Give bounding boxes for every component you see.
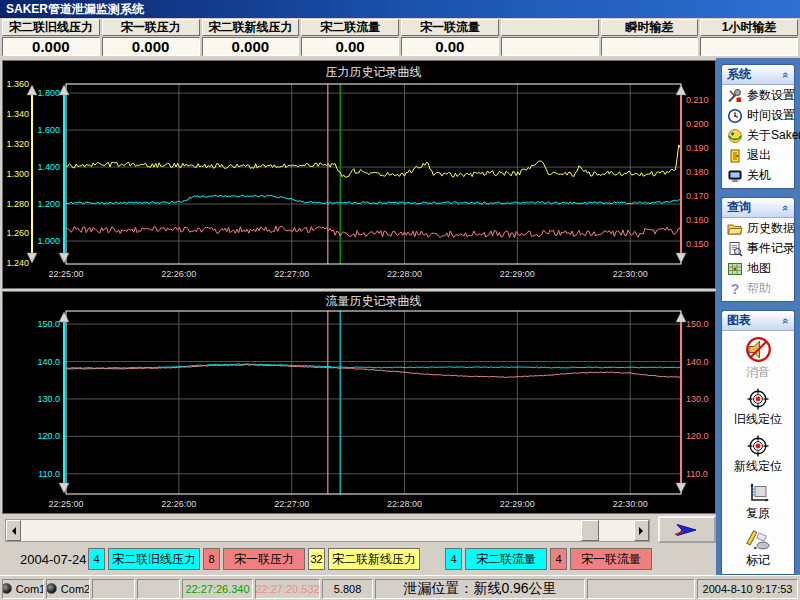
readout-value-0: 0.000 bbox=[2, 37, 100, 56]
y-tick-label: 0.170 bbox=[686, 191, 709, 201]
legend-count-4[interactable]: 4 bbox=[550, 548, 567, 570]
sidebar-item-label: 地图 bbox=[747, 260, 771, 277]
axis-down-arrow-icon[interactable] bbox=[676, 483, 686, 493]
readout-value-2: 0.000 bbox=[202, 37, 300, 56]
y-tick-label: 1.000 bbox=[37, 236, 60, 246]
axis-up-arrow-icon[interactable] bbox=[59, 85, 69, 95]
cursor-time-green: 22:27:26.340 bbox=[182, 579, 253, 599]
y-tick-label: 150.0 bbox=[686, 319, 709, 329]
panel-title-0: 系统 bbox=[727, 66, 751, 83]
readout-label-6: 瞬时输差 bbox=[601, 19, 699, 36]
scrollbar-thumb[interactable] bbox=[581, 520, 599, 541]
y-tick-label: 0.200 bbox=[686, 119, 709, 129]
history-icon bbox=[727, 221, 743, 237]
clock-icon bbox=[727, 108, 743, 124]
status-text: 泄漏位置：新线0.96公里 bbox=[403, 580, 556, 598]
x-tick-label: 22:30:00 bbox=[613, 269, 648, 279]
axis-up-arrow-icon[interactable] bbox=[676, 85, 686, 95]
sidebar-item-时间设置[interactable]: 时间设置 bbox=[722, 105, 794, 125]
sidebar-item-历史数据[interactable]: 历史数据 bbox=[722, 218, 794, 238]
statusbar: Com1Com222:27:26.34022:27:20.5325.808泄漏位… bbox=[0, 575, 800, 600]
readout-label-1: 宋一联压力 bbox=[102, 19, 200, 36]
status-text: 22:27:26.340 bbox=[185, 583, 249, 595]
y-tick-label: 0.160 bbox=[686, 215, 709, 225]
sidebar-item-label: 关于Saker bbox=[747, 127, 800, 144]
y-tick-label: 0.180 bbox=[686, 167, 709, 177]
help-icon: ? bbox=[727, 281, 743, 297]
x-tick-label: 22:28:00 bbox=[387, 499, 422, 509]
panel-title-2: 图表 bbox=[727, 312, 751, 329]
legend-count-1[interactable]: 8 bbox=[203, 548, 220, 570]
sidebar-item-新线定位[interactable]: 新线定位 bbox=[722, 430, 794, 477]
sidebar-item-事件记录[interactable]: 事件记录 bbox=[722, 238, 794, 258]
sidebar-item-复原[interactable]: 复原 bbox=[722, 477, 794, 524]
readout-value-6 bbox=[601, 37, 699, 56]
axis-down-arrow-icon[interactable] bbox=[59, 253, 69, 263]
scroll-left-button[interactable] bbox=[6, 520, 21, 541]
sidebar-item-label: 参数设置 bbox=[747, 87, 795, 104]
sidebar-item-旧线定位[interactable]: 旧线定位 bbox=[722, 383, 794, 430]
sidebar-item-label: 关机 bbox=[747, 167, 771, 184]
restore-icon bbox=[747, 482, 769, 504]
legend-item-0[interactable]: 宋二联旧线压力 bbox=[108, 548, 200, 570]
legend-item-4[interactable]: 宋一联流量 bbox=[570, 548, 652, 570]
chart-title: 流量历史记录曲线 bbox=[326, 294, 422, 308]
y-tick-label: 1.360 bbox=[6, 79, 29, 89]
y-tick-label: 130.0 bbox=[37, 394, 60, 404]
sidebar-item-帮助: ?帮助 bbox=[722, 278, 794, 298]
sidebar-item-参数设置[interactable]: 参数设置 bbox=[722, 85, 794, 105]
sidebar-panel-1: 查询«历史数据事件记录地图?帮助 bbox=[722, 198, 794, 301]
pressure-history-chart[interactable]: 压力历史记录曲线22:25:0022:26:0022:27:0022:28:00… bbox=[3, 61, 715, 288]
leak-position: 泄漏位置：新线0.96公里 bbox=[375, 579, 585, 599]
legend-chips: 4宋二联旧线压力8宋一联压力32宋二联新线压力4宋二联流量4宋一联流量 bbox=[88, 548, 652, 570]
axis-up-arrow-icon[interactable] bbox=[676, 312, 686, 322]
sidebar-item-关机[interactable]: 关机 bbox=[722, 165, 794, 185]
y-tick-label: 130.0 bbox=[686, 394, 709, 404]
x-tick-label: 22:26:00 bbox=[161, 499, 196, 509]
map-icon bbox=[727, 261, 743, 277]
sidebar-item-地图[interactable]: 地图 bbox=[722, 258, 794, 278]
sidebar-item-label: 复原 bbox=[746, 505, 770, 522]
legend-count-2[interactable]: 32 bbox=[308, 548, 325, 570]
flow-history-chart[interactable]: 流量历史记录曲线22:25:0022:26:0022:27:0022:28:00… bbox=[3, 292, 715, 513]
sidebar-item-label: 时间设置 bbox=[747, 107, 795, 124]
axis-up-arrow-icon[interactable] bbox=[59, 312, 69, 322]
status-spacer-1 bbox=[92, 579, 135, 599]
legend-item-2[interactable]: 宋二联新线压力 bbox=[328, 548, 420, 570]
y-tick-label: 110.0 bbox=[686, 469, 708, 479]
right-arrow-icon bbox=[639, 527, 647, 535]
panel-header-1[interactable]: 查询« bbox=[722, 198, 794, 218]
legend-count-3[interactable]: 4 bbox=[445, 548, 462, 570]
window-titlebar: SAKER管道泄漏监测系统 bbox=[0, 0, 800, 18]
sidebar-item-关于Saker[interactable]: 关于Saker bbox=[722, 125, 794, 145]
window-title: SAKER管道泄漏监测系统 bbox=[6, 2, 144, 16]
panel-header-2[interactable]: 图表« bbox=[722, 311, 794, 331]
axis-down-arrow-icon[interactable] bbox=[59, 483, 69, 493]
delta-value: 5.808 bbox=[322, 579, 373, 599]
legend-count-0[interactable]: 4 bbox=[88, 548, 105, 570]
series-宋二联新线压力 bbox=[66, 145, 680, 178]
status-spacer-3 bbox=[587, 579, 695, 599]
plot-frame bbox=[66, 311, 681, 494]
sidebar-item-退出[interactable]: 退出 bbox=[722, 145, 794, 165]
x-tick-label: 22:27:00 bbox=[274, 499, 309, 509]
axis-down-arrow-icon[interactable] bbox=[676, 253, 686, 263]
scroll-right-button[interactable] bbox=[634, 520, 649, 541]
legend-item-3[interactable]: 宋二联流量 bbox=[465, 548, 547, 570]
sidebar-item-label: 帮助 bbox=[747, 280, 771, 297]
mute-icon bbox=[745, 336, 772, 363]
y-tick-label: 1.800 bbox=[37, 88, 60, 98]
scrollbar-track[interactable] bbox=[21, 520, 634, 541]
time-scrollbar[interactable] bbox=[5, 519, 650, 542]
legend-item-1[interactable]: 宋一联压力 bbox=[223, 548, 305, 570]
advance-button[interactable] bbox=[658, 516, 716, 543]
x-tick-label: 22:27:00 bbox=[274, 269, 309, 279]
readout-label-4: 宋一联流量 bbox=[401, 19, 499, 36]
exit-icon bbox=[727, 148, 743, 164]
sidebar-item-标记[interactable]: 标记 bbox=[722, 524, 794, 571]
y-tick-label: 1.260 bbox=[6, 228, 29, 238]
panel-header-0[interactable]: 系统« bbox=[722, 65, 794, 85]
series-宋一联流量 bbox=[66, 365, 680, 378]
x-tick-label: 22:29:00 bbox=[500, 269, 535, 279]
status-text: 5.808 bbox=[334, 583, 362, 595]
